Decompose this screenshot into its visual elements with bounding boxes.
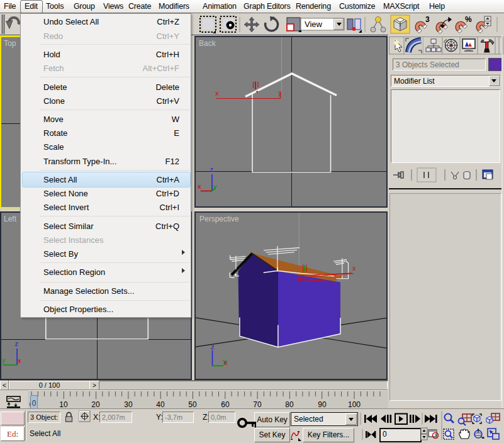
svg-text:y: y	[2, 356, 6, 364]
svg-text:View: View	[305, 20, 323, 29]
svg-text:70: 70	[253, 400, 262, 408]
svg-text:%: %	[465, 15, 472, 24]
svg-text:100: 100	[348, 400, 361, 408]
svg-text:y: y	[279, 89, 283, 96]
svg-text:20: 20	[91, 400, 100, 408]
svg-text:Perspective: Perspective	[199, 215, 239, 223]
svg-text:40: 40	[156, 400, 165, 408]
svg-text:Top: Top	[4, 39, 16, 48]
svg-text:x: x	[18, 357, 21, 364]
svg-text:y: y	[213, 182, 217, 190]
svg-text:x: x	[215, 89, 219, 97]
svg-text:Back: Back	[199, 39, 216, 48]
svg-text:x: x	[198, 182, 201, 190]
svg-text:30: 30	[124, 400, 133, 408]
svg-text:x: x	[352, 264, 356, 272]
svg-text:60: 60	[221, 400, 230, 408]
svg-text:90: 90	[318, 400, 327, 408]
svg-text:z: z	[210, 165, 214, 173]
svg-text:Left: Left	[4, 215, 17, 223]
svg-text:80: 80	[285, 400, 294, 408]
svg-text:z: z	[15, 340, 19, 347]
svg-text:50: 50	[188, 400, 197, 408]
svg-text:10: 10	[59, 400, 68, 408]
svg-text:z: z	[211, 343, 215, 350]
svg-text:3: 3	[425, 15, 430, 24]
svg-text:x: x	[224, 359, 228, 366]
